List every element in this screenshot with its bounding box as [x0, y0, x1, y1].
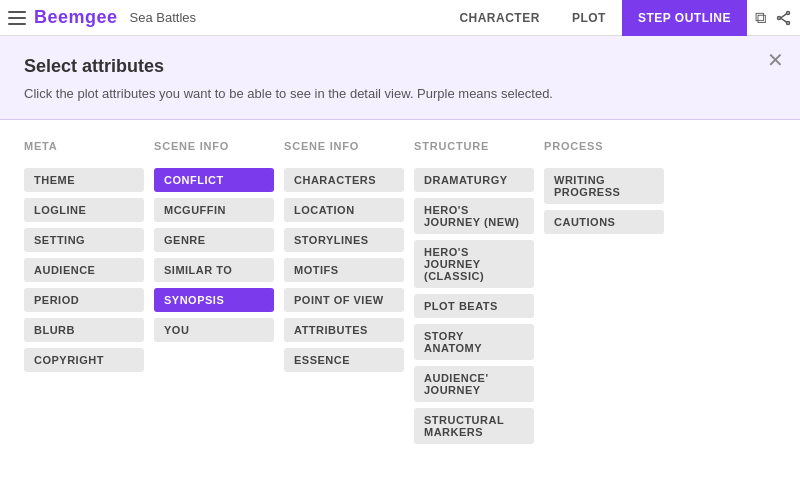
col-header-0: META	[24, 140, 154, 152]
attr-btn-synopsis[interactable]: SYNOPSIS	[154, 288, 274, 312]
header-left: Beemgee Sea Battles	[8, 7, 443, 28]
tab-step-outline[interactable]: STEP OUTLINE	[622, 0, 747, 36]
attr-btn-essence[interactable]: ESSENCE	[284, 348, 404, 372]
attr-btn-you[interactable]: YOU	[154, 318, 274, 342]
attr-btn-characters[interactable]: CHARACTERS	[284, 168, 404, 192]
col-header-2: SCENE INFO	[284, 140, 414, 152]
column-meta-0: METATHEMELOGLINESETTINGAUDIENCEPERIODBLU…	[24, 140, 154, 444]
attr-btn-setting[interactable]: SETTING	[24, 228, 144, 252]
col-header-1: SCENE INFO	[154, 140, 284, 152]
overlay-description: Click the plot attributes you want to be…	[24, 85, 776, 103]
nav-tabs: CHARACTER PLOT STEP OUTLINE	[443, 0, 747, 36]
attr-btn-similar-to[interactable]: SIMILAR TO	[154, 258, 274, 282]
header-icons: ⧉	[755, 9, 792, 27]
attr-btn-cautions[interactable]: CAUTIONS	[544, 210, 664, 234]
attr-btn-attributes[interactable]: ATTRIBUTES	[284, 318, 404, 342]
svg-point-2	[778, 16, 781, 19]
attr-btn-audience[interactable]: AUDIENCE	[24, 258, 144, 282]
attr-btn-story-anatomy[interactable]: STORY ANATOMY	[414, 324, 534, 360]
svg-point-0	[787, 11, 790, 14]
attr-btn-location[interactable]: LOCATION	[284, 198, 404, 222]
tab-plot[interactable]: PLOT	[556, 0, 622, 36]
attr-btn-dramaturgy[interactable]: DRAMATURGY	[414, 168, 534, 192]
attr-btn-audience--journey[interactable]: AUDIENCE' JOURNEY	[414, 366, 534, 402]
attr-btn-storylines[interactable]: STORYLINES	[284, 228, 404, 252]
attr-btn-structural-markers[interactable]: STRUCTURAL MARKERS	[414, 408, 534, 444]
column-process-4: PROCESSWRITING PROGRESSCAUTIONS	[544, 140, 674, 444]
col-header-3: STRUCTURE	[414, 140, 544, 152]
column-scene-info-1: SCENE INFOCONFLICTMCGUFFINGENRESIMILAR T…	[154, 140, 284, 444]
column-structure-3: STRUCTUREDRAMATURGYHERO'S JOURNEY (NEW)H…	[414, 140, 544, 444]
attr-btn-motifs[interactable]: MOTIFS	[284, 258, 404, 282]
project-title: Sea Battles	[130, 10, 197, 25]
attr-btn-copyright[interactable]: COPYRIGHT	[24, 348, 144, 372]
attributes-area: METATHEMELOGLINESETTINGAUDIENCEPERIODBLU…	[0, 120, 800, 464]
attr-btn-logline[interactable]: LOGLINE	[24, 198, 144, 222]
menu-icon[interactable]	[8, 11, 26, 25]
share-icon[interactable]	[776, 10, 792, 26]
col-header-4: PROCESS	[544, 140, 674, 152]
attributes-grid: METATHEMELOGLINESETTINGAUDIENCEPERIODBLU…	[24, 140, 776, 444]
column-scene-info-2: SCENE INFOCHARACTERSLOCATIONSTORYLINESMO…	[284, 140, 414, 444]
svg-point-1	[787, 21, 790, 24]
attr-btn-blurb[interactable]: BLURB	[24, 318, 144, 342]
copy-icon[interactable]: ⧉	[755, 9, 766, 27]
attr-btn-hero-s-journey--classic-[interactable]: HERO'S JOURNEY (CLASSIC)	[414, 240, 534, 288]
select-attributes-panel: Select attributes Click the plot attribu…	[0, 36, 800, 120]
header: Beemgee Sea Battles CHARACTER PLOT STEP …	[0, 0, 800, 36]
attr-btn-point-of-view[interactable]: POINT OF VIEW	[284, 288, 404, 312]
attr-btn-plot-beats[interactable]: PLOT BEATS	[414, 294, 534, 318]
attr-btn-theme[interactable]: THEME	[24, 168, 144, 192]
attr-btn-mcguffin[interactable]: MCGUFFIN	[154, 198, 274, 222]
attr-btn-period[interactable]: PERIOD	[24, 288, 144, 312]
svg-line-3	[781, 13, 787, 17]
attr-btn-genre[interactable]: GENRE	[154, 228, 274, 252]
tab-character[interactable]: CHARACTER	[443, 0, 556, 36]
overlay-title: Select attributes	[24, 56, 776, 77]
logo: Beemgee	[34, 7, 118, 28]
attr-btn-hero-s-journey--new-[interactable]: HERO'S JOURNEY (NEW)	[414, 198, 534, 234]
attr-btn-writing-progress[interactable]: WRITING PROGRESS	[544, 168, 664, 204]
attr-btn-conflict[interactable]: CONFLICT	[154, 168, 274, 192]
svg-line-4	[781, 18, 787, 22]
close-button[interactable]: ✕	[767, 50, 784, 70]
